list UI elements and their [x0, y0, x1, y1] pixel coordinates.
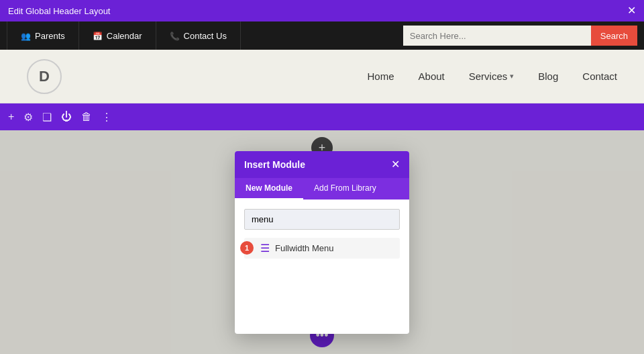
modal-close-button[interactable]: ✕: [391, 159, 400, 170]
tab-new-module[interactable]: New Module: [235, 178, 303, 200]
admin-nav-calendar-label: Calendar: [107, 31, 142, 41]
title-bar-label: Edit Global Header Layout: [8, 6, 110, 16]
site-nav-blog-label: Blog: [538, 71, 558, 82]
site-nav-contact-label: Contact: [582, 71, 617, 82]
site-nav-home[interactable]: Home: [368, 71, 394, 82]
logo-letter: D: [39, 68, 50, 85]
editor-toolbar: + ⚙ ❑ ⏻ 🗑 ⋮: [0, 103, 644, 130]
insert-module-dialog: Insert Module ✕ New Module Add From Libr…: [235, 151, 409, 334]
admin-nav: Parents Calendar Contact Us Search: [0, 21, 644, 50]
phone-icon: [170, 31, 180, 41]
site-nav-about[interactable]: About: [419, 71, 445, 82]
search-button[interactable]: Search: [591, 26, 637, 46]
toolbar-disable-icon[interactable]: ⏻: [61, 111, 72, 123]
site-nav-contact[interactable]: Contact: [582, 71, 617, 82]
module-result-fullwidth-menu[interactable]: 1 ☰ Fullwidth Menu: [244, 238, 400, 259]
modal-title: Insert Module: [244, 159, 305, 170]
modal-tabs: New Module Add From Library: [235, 178, 409, 200]
admin-nav-parents[interactable]: Parents: [7, 21, 79, 50]
site-nav-about-label: About: [419, 71, 445, 82]
tab-add-from-library[interactable]: Add From Library: [303, 178, 387, 200]
site-nav-blog[interactable]: Blog: [538, 71, 558, 82]
admin-nav-parents-label: Parents: [35, 31, 65, 41]
search-input[interactable]: [403, 26, 591, 46]
toolbar-settings-icon[interactable]: ⚙: [23, 111, 33, 124]
main-content: + Insert Module ✕ New Module Add From Li…: [0, 130, 644, 354]
admin-nav-contact-label: Contact Us: [184, 31, 227, 41]
site-header: D Home About Services ▾ Blog Contact: [0, 50, 644, 103]
admin-search-area: Search: [403, 26, 637, 46]
admin-nav-calendar[interactable]: Calendar: [79, 21, 156, 50]
module-result-badge: 1: [240, 241, 254, 255]
site-nav-services[interactable]: Services ▾: [469, 71, 515, 82]
modal-header: Insert Module ✕: [235, 151, 409, 178]
toolbar-more-icon[interactable]: ⋮: [101, 111, 112, 124]
parents-icon: [21, 31, 31, 41]
toolbar-duplicate-icon[interactable]: ❑: [42, 111, 52, 124]
toolbar-add-icon[interactable]: +: [8, 111, 14, 123]
calendar-icon: [93, 31, 103, 41]
fullwidth-menu-label: Fullwidth Menu: [275, 243, 333, 253]
site-nav-services-label: Services: [469, 71, 508, 82]
site-nav-home-label: Home: [368, 71, 394, 82]
title-bar: Edit Global Header Layout ✕: [0, 0, 644, 21]
modal-body: 1 ☰ Fullwidth Menu: [235, 200, 409, 334]
site-nav: Home About Services ▾ Blog Contact: [368, 71, 617, 82]
module-search-input[interactable]: [244, 209, 400, 230]
services-chevron-icon: ▾: [510, 72, 514, 81]
modal-overlay: Insert Module ✕ New Module Add From Libr…: [0, 130, 644, 354]
admin-nav-contact[interactable]: Contact Us: [156, 21, 241, 50]
title-bar-close-button[interactable]: ✕: [627, 5, 636, 16]
toolbar-delete-icon[interactable]: 🗑: [81, 111, 92, 123]
fullwidth-menu-icon: ☰: [260, 242, 270, 255]
site-logo: D: [27, 59, 62, 94]
